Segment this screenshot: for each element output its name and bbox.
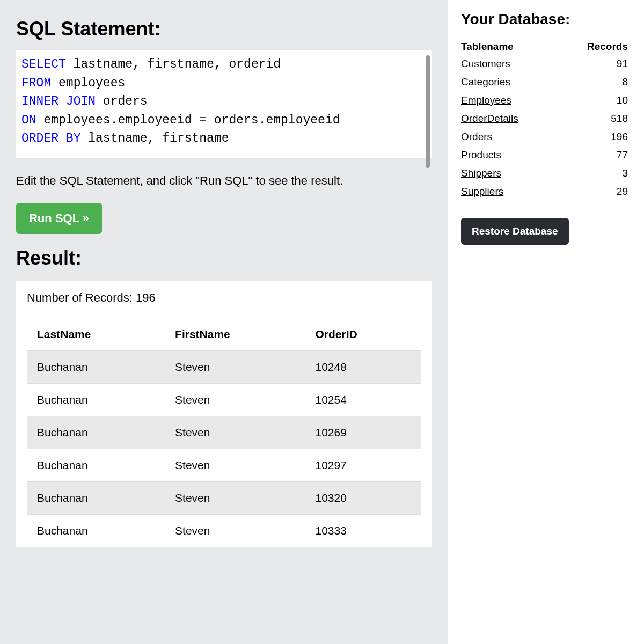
db-table-row: Shippers3 xyxy=(461,164,628,182)
table-row: BuchananSteven10248 xyxy=(27,350,421,383)
result-column-header: OrderID xyxy=(305,318,421,350)
table-row: BuchananSteven10333 xyxy=(27,514,421,547)
table-row: BuchananSteven10320 xyxy=(27,481,421,514)
table-cell: 10254 xyxy=(305,383,421,416)
db-table-link[interactable]: Categories xyxy=(461,76,510,87)
result-panel: Number of Records: 196 LastNameFirstName… xyxy=(16,281,432,547)
table-cell: Buchanan xyxy=(27,416,165,449)
db-table-row: Categories8 xyxy=(461,73,628,91)
sql-statement-heading: SQL Statement: xyxy=(16,18,432,40)
database-tables: Tablename Records Customers91Categories8… xyxy=(461,39,628,201)
table-cell: Buchanan xyxy=(27,350,165,383)
table-cell: 10269 xyxy=(305,416,421,449)
db-table-row: Products77 xyxy=(461,146,628,164)
record-count-label: Number of Records: 196 xyxy=(27,291,421,305)
table-row: BuchananSteven10254 xyxy=(27,383,421,416)
db-table-row: Suppliers29 xyxy=(461,182,628,201)
db-table-records: 518 xyxy=(559,109,628,128)
table-cell: Steven xyxy=(165,481,305,514)
table-cell: Steven xyxy=(165,383,305,416)
db-table-records: 3 xyxy=(559,164,628,182)
db-table-row: Employees10 xyxy=(461,91,628,109)
sql-editor[interactable]: SELECT lastname, firstname, orderid FROM… xyxy=(16,50,432,158)
table-cell: Buchanan xyxy=(27,514,165,547)
table-cell: 10333 xyxy=(305,514,421,547)
main-panel: SQL Statement: SELECT lastname, firstnam… xyxy=(0,0,448,644)
db-table-records: 91 xyxy=(559,55,628,73)
editor-scrollbar[interactable] xyxy=(426,55,430,168)
sql-editor-content[interactable]: SELECT lastname, firstname, orderid FROM… xyxy=(21,55,423,148)
table-cell: 10320 xyxy=(305,481,421,514)
db-table-link[interactable]: Products xyxy=(461,149,501,160)
result-table: LastNameFirstNameOrderID BuchananSteven1… xyxy=(27,318,421,547)
table-cell: Steven xyxy=(165,350,305,383)
db-table-link[interactable]: OrderDetails xyxy=(461,113,518,124)
db-table-records: 77 xyxy=(559,146,628,164)
restore-database-button[interactable]: Restore Database xyxy=(461,218,569,245)
hint-text: Edit the SQL Statement, and click "Run S… xyxy=(16,174,432,188)
table-row: BuchananSteven10297 xyxy=(27,449,421,481)
result-column-header: FirstName xyxy=(165,318,305,350)
result-heading: Result: xyxy=(16,247,432,269)
table-cell: Buchanan xyxy=(27,449,165,481)
db-table-records: 8 xyxy=(559,73,628,91)
db-table-link[interactable]: Customers xyxy=(461,58,510,69)
table-cell: 10297 xyxy=(305,449,421,481)
table-cell: Steven xyxy=(165,416,305,449)
db-table-link[interactable]: Shippers xyxy=(461,167,501,179)
db-table-records: 196 xyxy=(559,128,628,146)
table-cell: 10248 xyxy=(305,350,421,383)
table-cell: Buchanan xyxy=(27,383,165,416)
run-sql-button[interactable]: Run SQL » xyxy=(16,203,102,234)
db-table-link[interactable]: Employees xyxy=(461,94,511,106)
db-table-row: Orders196 xyxy=(461,128,628,146)
table-row: BuchananSteven10269 xyxy=(27,416,421,449)
db-col-tablename: Tablename xyxy=(461,39,559,55)
db-table-link[interactable]: Suppliers xyxy=(461,186,503,197)
table-cell: Steven xyxy=(165,514,305,547)
db-table-row: OrderDetails518 xyxy=(461,109,628,128)
db-table-records: 10 xyxy=(559,91,628,109)
db-table-records: 29 xyxy=(559,182,628,201)
db-col-records: Records xyxy=(559,39,628,55)
db-table-row: Customers91 xyxy=(461,55,628,73)
result-column-header: LastName xyxy=(27,318,165,350)
table-cell: Steven xyxy=(165,449,305,481)
sidebar-heading: Your Database: xyxy=(461,11,628,28)
sidebar: Your Database: Tablename Records Custome… xyxy=(448,0,644,644)
table-cell: Buchanan xyxy=(27,481,165,514)
db-table-link[interactable]: Orders xyxy=(461,131,492,142)
